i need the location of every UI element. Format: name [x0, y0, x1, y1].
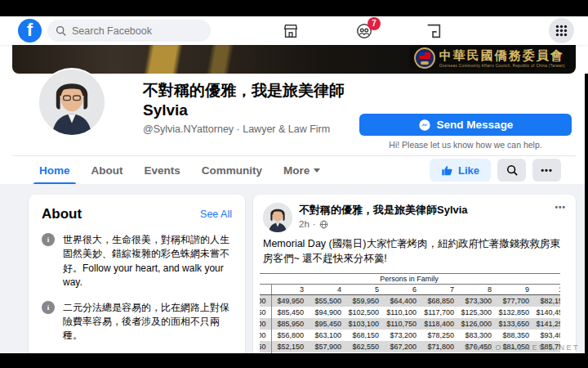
- table-cell: $133,650: [497, 318, 534, 330]
- table-cell: $110,750: [384, 318, 421, 330]
- tab-events[interactable]: Events: [134, 156, 191, 185]
- table-cell: $141,250: [534, 318, 560, 330]
- profile-photo[interactable]: [39, 70, 105, 135]
- top-navbar: f 7: [0, 16, 588, 45]
- site-watermark: www.ocacnews.net: [465, 343, 580, 352]
- like-label: Like: [458, 164, 479, 177]
- tab-label: About: [91, 164, 123, 177]
- search-icon: [506, 164, 518, 176]
- table-cell: $68,150: [346, 330, 384, 341]
- about-item-text: 二元分法總是容易的，比在網路上對保險費率容易，後者涉及的面相不只兩種。: [63, 301, 232, 343]
- table-column-header: 7: [421, 285, 459, 295]
- table-cell: $59,950: [346, 295, 384, 307]
- post-text: Memorial Day (國殤日)大家忙著烤肉，紐約政府忙著撒錢救救房東房客們…: [253, 232, 576, 266]
- table-cell: $73,200: [384, 330, 421, 341]
- table-cell: 00: [260, 330, 271, 341]
- tab-label: Events: [145, 164, 180, 177]
- table-cell: $78,250: [421, 330, 459, 341]
- table-cell: 50: [260, 341, 271, 352]
- tab-label: Home: [39, 164, 70, 177]
- table-cell: $52,150: [271, 341, 309, 352]
- table-cell: 50: [260, 307, 271, 318]
- about-card: About See All i世界很大，生命很美，對稱和諧的人生固然美妙、錯綜複…: [29, 195, 245, 368]
- table-row: 00$56,800$63,100$68,150$73,200$78,250$83…: [260, 330, 560, 341]
- content-area: About See All i世界很大，生命很美，對稱和諧的人生固然美妙、錯綜複…: [0, 184, 588, 368]
- about-item-text: 世界很大，生命很美，對稱和諧的人生固然美妙、錯綜複雜的彩色蛛網未嘗不好。Foll…: [63, 233, 232, 290]
- post-author-name[interactable]: 不對稱的優雅，我是旅美律師Sylvia: [299, 203, 468, 218]
- table-cell: $77,700: [497, 295, 534, 307]
- info-icon: i: [42, 301, 55, 314]
- table-cell: $103,100: [346, 318, 384, 330]
- letterbox-top: [0, 0, 588, 16]
- letterbox-right: [585, 74, 588, 368]
- table-cell: $102,500: [346, 307, 384, 318]
- table-cell: $62,550: [346, 341, 384, 352]
- table-row: 00$85,950$95,450$103,100$110,750$118,400…: [260, 318, 560, 330]
- table-cell: $73,300: [459, 295, 497, 307]
- about-item: i世界很大，生命很美，對稱和諧的人生固然美妙、錯綜複雜的彩色蛛網未嘗不好。Fol…: [42, 233, 232, 290]
- post-author-avatar[interactable]: [263, 203, 292, 232]
- table-cell: $67,200: [384, 341, 421, 352]
- tab-community[interactable]: Community: [191, 156, 273, 185]
- table-cell: $57,900: [309, 341, 346, 352]
- search-input[interactable]: [72, 25, 203, 37]
- send-message-label: Send Message: [437, 119, 514, 131]
- notification-badge: 7: [368, 17, 381, 30]
- thumbs-up-icon: [441, 164, 453, 177]
- table-cell: $83,300: [459, 330, 497, 341]
- page-title: 不對稱的優雅，我是旅美律師: [143, 81, 345, 101]
- tab-about[interactable]: About: [81, 156, 134, 185]
- send-message-button[interactable]: Send Message: [359, 114, 572, 136]
- info-icon: i: [42, 233, 55, 246]
- post-menu-button[interactable]: •••: [555, 203, 566, 212]
- post-timestamp[interactable]: 2h: [299, 219, 310, 229]
- tab-more[interactable]: More: [273, 156, 331, 185]
- page-title-name: Sylvia: [143, 101, 345, 120]
- table-cell: $68,850: [421, 295, 459, 307]
- facebook-logo-icon[interactable]: f: [18, 19, 42, 43]
- about-title: About: [42, 206, 82, 222]
- table-column-header: 10: [534, 285, 560, 295]
- chevron-down-icon: [314, 168, 320, 173]
- search-icon: [56, 25, 66, 36]
- tab-home[interactable]: Home: [29, 156, 81, 185]
- table-column-header: 5: [346, 285, 384, 295]
- marketplace-icon[interactable]: [282, 22, 300, 40]
- table-column-header: 8: [459, 285, 497, 295]
- table-cell: $63,100: [309, 330, 346, 341]
- about-item-list: i世界很大，生命很美，對稱和諧的人生固然美妙、錯綜複雜的彩色蛛網未嘗不好。Fol…: [42, 233, 232, 368]
- globe-public-icon: [319, 220, 328, 229]
- page-tabbar: HomeAboutEventsCommunityMore Like •••: [12, 155, 576, 184]
- table-cell: $71,800: [421, 341, 459, 352]
- table-cell: $55,500: [309, 295, 346, 307]
- gaming-icon[interactable]: [425, 22, 443, 40]
- post-header: 不對稱的優雅，我是旅美律師Sylvia 2h · •••: [253, 195, 576, 232]
- tab-actions: Like •••: [430, 159, 561, 182]
- table-column-header: 4: [309, 285, 346, 295]
- messenger-icon: [418, 119, 431, 132]
- page-search-button[interactable]: [497, 159, 526, 182]
- ocac-emblem-icon: [414, 47, 435, 69]
- tab-label: More: [283, 164, 310, 177]
- ocac-org-subtitle: Overseas Community Affairs Council, Repu…: [439, 64, 565, 68]
- table-cell: $94,900: [309, 307, 346, 318]
- app-menu-button[interactable]: [549, 18, 574, 43]
- see-all-link[interactable]: See All: [200, 209, 232, 220]
- table-column-header: 3: [271, 285, 309, 295]
- table-cell: $64,400: [384, 295, 421, 307]
- table-cell: $126,000: [459, 318, 497, 330]
- ocac-org-title: 中華民國僑務委員會: [439, 48, 565, 64]
- table-cell: $132,850: [497, 307, 534, 318]
- page-more-button[interactable]: •••: [532, 159, 561, 182]
- tab-list: HomeAboutEventsCommunityMore: [29, 156, 331, 185]
- search-box[interactable]: [47, 20, 211, 42]
- meta-separator: ·: [313, 219, 316, 229]
- table-row: 00$49,950$55,500$59,950$64,400$68,850$73…: [260, 295, 560, 307]
- messenger-help-text: Hi! Please let us know how we can help.: [359, 140, 572, 150]
- like-button[interactable]: Like: [430, 159, 491, 182]
- table-cell: $93,400: [534, 330, 560, 341]
- table-cell: 00: [260, 318, 271, 330]
- page-header: 不對稱的優雅，我是旅美律師 Sylvia @Sylvia.NYattorney …: [143, 81, 345, 135]
- table-cell: $95,450: [309, 318, 346, 330]
- table-cell: $118,400: [421, 318, 459, 330]
